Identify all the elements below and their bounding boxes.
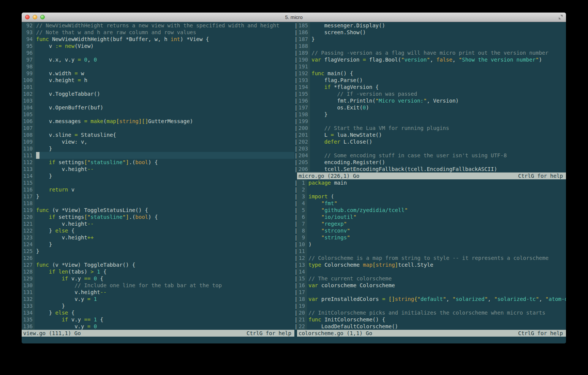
code-line[interactable]: 121 v.height-- bbox=[22, 220, 294, 227]
code-line[interactable]: 105 bbox=[22, 111, 294, 118]
code-line[interactable]: 92// NewViewWidthHeight returns a new vi… bbox=[22, 22, 294, 29]
code-line[interactable]: 194 if *flagVersion { bbox=[294, 84, 566, 90]
editor-pane-colorscheme-go[interactable]: 1package main23import (4 "fmt"5 "github.… bbox=[294, 179, 566, 330]
code-line[interactable]: 188 bbox=[294, 43, 566, 49]
code-line[interactable]: 186 screen.Show() bbox=[294, 29, 566, 36]
code-line[interactable]: 1package main bbox=[294, 179, 566, 186]
code-line[interactable]: 202 defer L.Close() bbox=[294, 138, 566, 145]
code-line[interactable]: 19 bbox=[294, 302, 566, 309]
code-line[interactable]: 197 os.Exit(0) bbox=[294, 104, 566, 111]
code-line[interactable]: 196 fmt.Println("Micro version:", Versio… bbox=[294, 97, 566, 104]
code-line[interactable]: 191 bbox=[294, 63, 566, 70]
code-line[interactable]: 9 "strings" bbox=[294, 234, 566, 241]
code-line[interactable]: 20// InitColorscheme picks and initializ… bbox=[294, 309, 566, 316]
code-line[interactable]: 21func InitColorscheme() { bbox=[294, 316, 566, 323]
code-line[interactable]: 109 view: v, bbox=[22, 138, 294, 145]
line-number: 130 bbox=[22, 282, 35, 289]
code-line[interactable]: 115 bbox=[22, 179, 294, 186]
code-line[interactable]: 136 v.y = 0 bbox=[22, 323, 294, 330]
code-line[interactable]: 200 // Start the Lua VM for running plug… bbox=[294, 125, 566, 131]
editor-pane-view-go[interactable]: 92// NewViewWidthHeight returns a new vi… bbox=[22, 22, 294, 330]
code-line[interactable]: 132 v.y = 1 bbox=[22, 296, 294, 302]
code-line[interactable]: 4 "fmt" bbox=[294, 200, 566, 207]
code-line[interactable]: 118 bbox=[22, 200, 294, 207]
code-line[interactable]: 192func main() { bbox=[294, 70, 566, 77]
code-line[interactable]: 204 // Some encoding stuff in case the u… bbox=[294, 152, 566, 159]
code-line[interactable]: 96 bbox=[22, 49, 294, 56]
code-line[interactable]: 190var flagVersion = flag.Bool("version"… bbox=[294, 56, 566, 63]
code-line[interactable]: 114 } bbox=[22, 172, 294, 179]
code-line[interactable]: 195 // If -version was passed bbox=[294, 90, 566, 97]
code-line[interactable]: 15// The current colorscheme bbox=[294, 275, 566, 282]
pane-divider bbox=[294, 282, 297, 289]
code-line[interactable]: 129 if v.y == 0 { bbox=[22, 275, 294, 282]
code-line[interactable]: 95 v := new(View) bbox=[22, 43, 294, 49]
line-number: 105 bbox=[22, 111, 35, 118]
code-line[interactable]: 5 "github.com/zyedidia/tcell" bbox=[294, 207, 566, 214]
code-line[interactable]: 111 bbox=[22, 152, 294, 159]
code-line[interactable]: 22 LoadDefaultColorscheme() bbox=[294, 323, 566, 330]
code-line[interactable]: 102 v.ToggleTabbar() bbox=[22, 90, 294, 97]
code-line[interactable]: 107 bbox=[22, 125, 294, 131]
code-line[interactable]: 7 "regexp" bbox=[294, 220, 566, 227]
title-bar[interactable]: 5. micro bbox=[22, 13, 566, 22]
code-line[interactable]: 193 flag.Parse() bbox=[294, 77, 566, 84]
code-line[interactable]: 116 return v bbox=[22, 186, 294, 193]
code-line[interactable]: 18var preInstalledColors = []string{"def… bbox=[294, 296, 566, 302]
code-line[interactable]: 119func (v *View) ToggleStatusLine() { bbox=[22, 207, 294, 214]
code-line[interactable]: 110 } bbox=[22, 145, 294, 152]
code-line[interactable]: 198 } bbox=[294, 111, 566, 118]
code-line[interactable]: 106 v.messages = make(map[string][]Gutte… bbox=[22, 118, 294, 125]
code-line[interactable]: 206 tcell.SetEncodingFallback(tcell.Enco… bbox=[294, 166, 566, 172]
code-line[interactable]: 103 bbox=[22, 97, 294, 104]
code-line[interactable]: 127func (v *View) ToggleTabbar() { bbox=[22, 261, 294, 268]
code-line[interactable]: 97 v.x, v.y = 0, 0 bbox=[22, 56, 294, 63]
code-line[interactable]: 13type Colorscheme map[string]tcell.Styl… bbox=[294, 261, 566, 268]
code-line[interactable]: 205 encoding.Register() bbox=[294, 159, 566, 166]
code-line[interactable]: 6 "io/ioutil" bbox=[294, 214, 566, 220]
code-line[interactable]: 131 v.height-- bbox=[22, 289, 294, 296]
code-line[interactable]: 133 } bbox=[22, 302, 294, 309]
code-line[interactable]: 108 v.sline = Statusline{ bbox=[22, 131, 294, 138]
code-line[interactable]: 123 v.height++ bbox=[22, 234, 294, 241]
code-line[interactable]: 120 if settings["statusline"].(bool) { bbox=[22, 214, 294, 220]
code-line[interactable]: 199 bbox=[294, 118, 566, 125]
code-line[interactable]: 117} bbox=[22, 193, 294, 200]
code-line[interactable]: 130 // Include one line for the tab bar … bbox=[22, 282, 294, 289]
code-line[interactable]: 2 bbox=[294, 186, 566, 193]
code-line[interactable]: 201 L = lua.NewState() bbox=[294, 131, 566, 138]
code-line[interactable]: 185 messenger.Display() bbox=[294, 22, 566, 29]
code-line[interactable]: 93// Note that w and h are raw column an… bbox=[22, 29, 294, 36]
code-line[interactable]: 125} bbox=[22, 248, 294, 255]
code-line[interactable]: 112 if settings["statusline"].(bool) { bbox=[22, 159, 294, 166]
editor-pane-micro-go[interactable]: 185 messenger.Display()186 screen.Show()… bbox=[294, 22, 566, 172]
code-line[interactable]: 124 } bbox=[22, 241, 294, 248]
code-line[interactable]: 8 "strconv" bbox=[294, 227, 566, 234]
code-line[interactable]: 99 v.width = w bbox=[22, 70, 294, 77]
code-line[interactable]: 134 } else { bbox=[22, 309, 294, 316]
code-line[interactable]: 101 bbox=[22, 84, 294, 90]
code-line[interactable]: 3import ( bbox=[294, 193, 566, 200]
code-line[interactable]: 94func NewViewWidthHeight(buf *Buffer, w… bbox=[22, 36, 294, 43]
pane-divider bbox=[294, 255, 297, 261]
code-line[interactable]: 16var colorscheme Colorscheme bbox=[294, 282, 566, 289]
code-line[interactable]: 10) bbox=[294, 241, 566, 248]
code-line[interactable]: 14 bbox=[294, 268, 566, 275]
code-line[interactable]: 128 if len(tabs) > 1 { bbox=[22, 268, 294, 275]
code-line[interactable]: 187} bbox=[294, 36, 566, 43]
code-line[interactable]: 12// Colorscheme is a map from string to… bbox=[294, 255, 566, 261]
code-line[interactable]: 113 v.height-- bbox=[22, 166, 294, 172]
code-line[interactable]: 203 bbox=[294, 145, 566, 152]
code-line[interactable]: 126 bbox=[22, 255, 294, 261]
code-line[interactable]: 11 bbox=[294, 248, 566, 255]
code-line[interactable]: 189// Passing -version as a flag will ha… bbox=[294, 49, 566, 56]
code-line[interactable]: 104 v.OpenBuffer(buf) bbox=[22, 104, 294, 111]
code-text: } bbox=[310, 111, 566, 118]
command-bar[interactable] bbox=[22, 337, 566, 343]
code-line[interactable]: 98 bbox=[22, 63, 294, 70]
resize-icon[interactable] bbox=[558, 14, 564, 20]
code-line[interactable]: 17 bbox=[294, 289, 566, 296]
code-line[interactable]: 135 if v.y == 1 { bbox=[22, 316, 294, 323]
code-line[interactable]: 100 v.height = h bbox=[22, 77, 294, 84]
code-line[interactable]: 122 } else { bbox=[22, 227, 294, 234]
